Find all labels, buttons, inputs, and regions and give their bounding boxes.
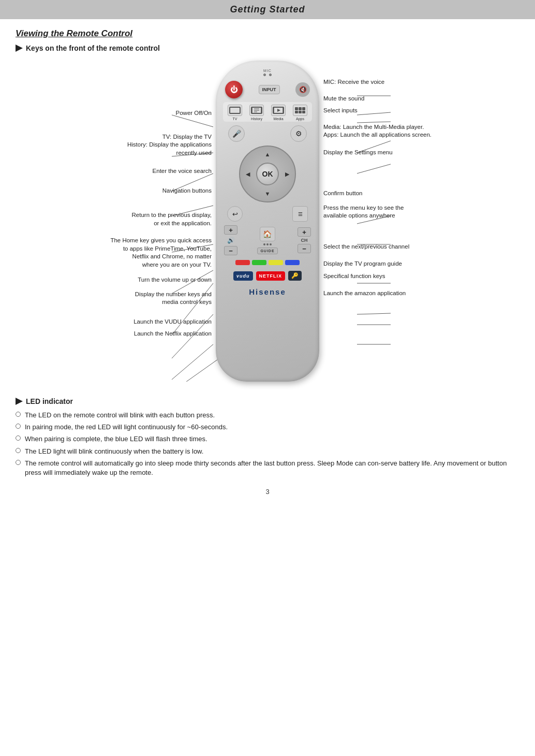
annotation-back: Return to the previous display,or exit t… xyxy=(132,210,212,228)
svg-marker-26 xyxy=(277,109,280,112)
led-text-2: In pairing mode, the red LED will light … xyxy=(25,423,228,432)
annotation-vudu: Launch the VUDU application xyxy=(133,317,212,327)
red-button[interactable] xyxy=(235,260,250,265)
annotation-channel: Select the next/previous channel xyxy=(323,242,409,252)
annotation-mic: MIC: Receive the voice xyxy=(323,77,384,88)
app-launch-row: vudu NETFLIX 🔑 xyxy=(233,270,302,282)
led-item-4: The LED light will blink continuously wh… xyxy=(16,447,519,456)
led-bullet-5 xyxy=(16,460,21,465)
annotation-volume: Turn the volume up or down xyxy=(138,275,212,285)
apps-label: Apps xyxy=(296,117,304,121)
volume-down-button[interactable]: − xyxy=(224,246,237,255)
annotation-tv-history: TV: Display the TVHistory: Display the a… xyxy=(127,132,212,158)
led-text-1: The LED on the remote control will blink… xyxy=(25,411,215,420)
apps-shape xyxy=(294,107,306,114)
tv-button[interactable]: TV xyxy=(228,105,242,121)
volume-up-button[interactable]: + xyxy=(224,225,237,235)
tv-shape xyxy=(229,107,241,114)
vudu-button[interactable]: vudu xyxy=(233,271,253,281)
annotation-program: Display the TV program guide xyxy=(323,259,402,269)
voice-button[interactable]: 🎤 xyxy=(228,125,245,142)
annotation-special: Specifical function keys xyxy=(323,271,385,282)
annotation-power: Power Off/On xyxy=(176,108,212,119)
dot-2 xyxy=(266,243,269,245)
nav-left-button[interactable]: ◀ xyxy=(243,169,252,179)
led-title: LED indicator xyxy=(16,397,519,405)
nav-right-button[interactable]: ▶ xyxy=(283,169,292,179)
guide-button[interactable]: GUIDE xyxy=(257,248,277,254)
led-bullet-2 xyxy=(16,424,21,429)
annotation-media-apps: Media: Launch the Multi-Media player.App… xyxy=(323,122,432,140)
source-row: TV History xyxy=(223,102,312,122)
mute-button[interactable]: 🔇 xyxy=(295,82,310,97)
settings-button[interactable]: ⚙ xyxy=(290,125,307,142)
remote-diagram: Power Off/On TV: Display the TVHistory: … xyxy=(16,61,519,382)
section-title-text: Viewing the Remote Control xyxy=(16,28,132,38)
netflix-button[interactable]: NETFLIX xyxy=(256,271,286,281)
annotation-inputs: Select inputs xyxy=(323,106,358,116)
media-shape xyxy=(273,107,284,114)
annotation-home: The Home key gives you quick accessto ap… xyxy=(110,236,212,270)
tv-label: TV xyxy=(233,117,237,121)
remote-body: MIC ⏻ INPUT 🔇 TV xyxy=(216,61,319,382)
home-button[interactable]: 🏠 xyxy=(260,227,275,241)
led-title-text: LED indicator xyxy=(26,397,73,405)
amazon-button[interactable]: 🔑 xyxy=(288,271,302,281)
power-button[interactable]: ⏻ xyxy=(225,81,243,98)
mic-dot-1 xyxy=(263,74,266,76)
section-title: Viewing the Remote Control xyxy=(16,28,519,39)
media-button[interactable]: Media xyxy=(271,105,286,121)
hisense-logo: Hisense xyxy=(249,287,286,296)
led-bullet-3 xyxy=(16,435,21,441)
yellow-button[interactable] xyxy=(269,260,283,265)
nav-pad: ▲ ▼ ◀ ▶ OK xyxy=(239,146,296,202)
led-text-4: The LED light will blink continuously wh… xyxy=(25,447,203,456)
media-label: Media xyxy=(273,117,283,121)
led-section: LED indicator The LED on the remote cont… xyxy=(16,392,519,477)
home-column: 🏠 GUIDE xyxy=(257,227,277,254)
annotation-mute: Mute the sound xyxy=(323,94,364,104)
led-item-1: The LED on the remote control will blink… xyxy=(16,411,519,420)
led-text-5: The remote control will automatically go… xyxy=(25,459,519,477)
netflix-icon: NETFLIX xyxy=(259,273,283,279)
back-button[interactable]: ↩ xyxy=(227,206,243,222)
mic-area: MIC xyxy=(263,69,272,76)
led-item-3: When pairing is complete, the blue LED w… xyxy=(16,434,519,444)
page-header: Getting Started xyxy=(0,0,535,19)
media-icon xyxy=(271,105,286,116)
amazon-icon: 🔑 xyxy=(291,272,299,279)
nav-up-button[interactable]: ▲ xyxy=(263,150,272,159)
volume-column: + 🔊 − xyxy=(224,225,237,255)
menu-button[interactable]: ☰ xyxy=(292,206,308,222)
led-text-3: When pairing is complete, the blue LED w… xyxy=(25,434,207,444)
power-row: ⏻ INPUT 🔇 xyxy=(223,81,312,98)
vudu-icon: vudu xyxy=(236,273,250,279)
annotation-menu: Press the menu key to see theavailable o… xyxy=(323,203,404,221)
annotation-voice: Enter the voice search xyxy=(153,166,212,177)
led-icon xyxy=(16,398,23,405)
ok-button[interactable]: OK xyxy=(256,163,279,185)
history-icon xyxy=(249,105,264,116)
hvc-row: + 🔊 − 🏠 GUIDE + CH xyxy=(223,225,312,255)
tv-icon xyxy=(228,105,242,116)
annotation-amazon: Launch the amazon application xyxy=(323,288,406,299)
blue-button[interactable] xyxy=(285,260,300,265)
dot-1 xyxy=(263,243,265,245)
subsection-title: Keys on the front of the remote control xyxy=(16,44,519,52)
input-button[interactable]: INPUT xyxy=(259,85,280,94)
apps-button[interactable]: Apps xyxy=(293,105,307,121)
voice-settings-row: 🎤 ⚙ xyxy=(223,125,312,142)
annotation-netflix: Launch the Netflix application xyxy=(134,329,212,339)
channel-label: CH xyxy=(301,238,307,243)
history-button[interactable]: History xyxy=(249,105,264,121)
page-number: 3 xyxy=(16,488,519,496)
annotation-navigation: Navigation buttons xyxy=(162,186,212,196)
history-shape xyxy=(251,107,262,114)
green-button[interactable] xyxy=(252,260,266,265)
channel-up-button[interactable]: + xyxy=(298,227,311,237)
channel-down-button[interactable]: − xyxy=(298,244,311,253)
led-bullet-1 xyxy=(16,412,21,417)
nav-down-button[interactable]: ▼ xyxy=(263,189,272,198)
volume-icon: 🔊 xyxy=(227,236,235,245)
led-bullet-4 xyxy=(16,448,21,453)
